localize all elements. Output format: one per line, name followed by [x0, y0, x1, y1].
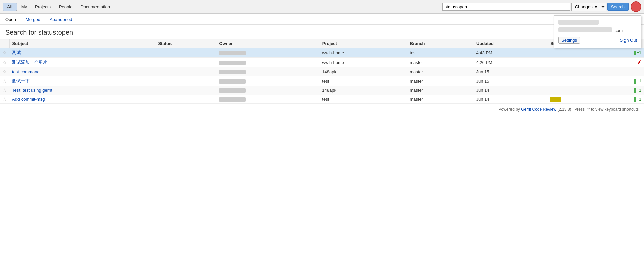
updated-cell: Jun 15: [473, 67, 547, 76]
star-cell[interactable]: ☆: [0, 58, 9, 67]
project-cell: 148apk: [319, 86, 407, 95]
updated-cell: 4:26 PM: [473, 58, 547, 67]
search-area: Changes ▼ Search: [442, 3, 629, 11]
cr-cell: +1: [601, 86, 644, 95]
size-cell: [547, 48, 601, 58]
user-dropdown: .com Settings Sign Out: [554, 15, 641, 48]
col-subject: Subject: [9, 39, 155, 48]
subject-cell: 测试添加一个图片: [9, 58, 155, 67]
nav-projects[interactable]: Projects: [31, 3, 55, 11]
table-row[interactable]: ☆Add commit-msgtestmasterJun 14+1: [0, 95, 644, 104]
status-cell: [155, 58, 216, 67]
nav-my[interactable]: My: [17, 3, 31, 11]
subject-cell: Add commit-msg: [9, 95, 155, 104]
subject-link[interactable]: Test: test using gerrit: [12, 88, 52, 93]
nav-all[interactable]: All: [3, 3, 17, 11]
signout-link[interactable]: Sign Out: [620, 38, 637, 43]
sub-navigation: Open Merged Abandoned: [0, 14, 644, 25]
owner-blurred: [219, 97, 246, 102]
nav-documentation[interactable]: Documentation: [76, 3, 114, 11]
size-bar-yellow: [550, 97, 561, 102]
status-cell: [155, 76, 216, 86]
tab-merged[interactable]: Merged: [23, 16, 43, 24]
dropdown-actions: Settings Sign Out: [558, 37, 637, 44]
updated-cell: Jun 14: [473, 95, 547, 104]
search-button[interactable]: Search: [607, 3, 629, 11]
owner-blurred: [219, 51, 246, 55]
changes-dropdown[interactable]: Changes ▼: [571, 3, 606, 11]
footer-gerrit-link[interactable]: Gerrit Code Review: [521, 107, 556, 112]
footer-version: (2.13.8) | Press '?' to view keyboard sh…: [556, 107, 639, 112]
search-input[interactable]: [442, 3, 570, 11]
owner-blurred: [219, 79, 246, 84]
star-cell[interactable]: ☆: [0, 95, 9, 104]
col-branch: Branch: [407, 39, 473, 48]
star-cell[interactable]: ☆: [0, 48, 9, 58]
owner-blurred: [219, 70, 246, 74]
subject-cell: 测试一下: [9, 76, 155, 86]
subject-cell: Test: test using gerrit: [9, 86, 155, 95]
table-row[interactable]: ☆test command148apkmasterJun 15: [0, 67, 644, 76]
settings-link[interactable]: Settings: [558, 37, 580, 44]
status-cell: [155, 48, 216, 58]
updated-cell: Jun 14: [473, 86, 547, 95]
branch-cell: master: [407, 86, 473, 95]
star-cell[interactable]: ☆: [0, 76, 9, 86]
star-cell[interactable]: ☆: [0, 67, 9, 76]
status-cell: [155, 95, 216, 104]
owner-cell: [216, 58, 319, 67]
tab-open[interactable]: Open: [3, 16, 19, 24]
subject-link[interactable]: 测试: [12, 50, 21, 55]
footer: Powered by Gerrit Code Review (2.13.8) |…: [0, 104, 644, 115]
table-row[interactable]: ☆测试一下testmasterJun 15+1: [0, 76, 644, 86]
cr-bar-green: [634, 51, 636, 55]
star-cell[interactable]: ☆: [0, 86, 9, 95]
cr-plus-label: +1: [637, 50, 641, 55]
col-status: Status: [155, 39, 216, 48]
subject-cell: test command: [9, 67, 155, 76]
subject-link[interactable]: 测试一下: [12, 78, 30, 83]
cr-bar-green: [634, 88, 636, 93]
table-row[interactable]: ☆测试添加一个图片wwlh-homemaster4:26 PM✗: [0, 58, 644, 67]
user-email-row: .com: [558, 27, 637, 33]
branch-cell: test: [407, 48, 473, 58]
subject-link[interactable]: 测试添加一个图片: [12, 60, 47, 65]
tab-abandoned[interactable]: Abandoned: [47, 16, 75, 24]
user-avatar-button[interactable]: [631, 1, 641, 12]
project-cell: wwlh-home: [319, 58, 407, 67]
status-cell: [155, 67, 216, 76]
status-cell: [155, 86, 216, 95]
project-cell: test: [319, 76, 407, 86]
size-cell: [547, 76, 601, 86]
size-cell: [547, 67, 601, 76]
cr-bar-green: [634, 79, 636, 84]
table-row[interactable]: ☆测试wwlh-hometest4:43 PM+1: [0, 48, 644, 58]
subject-link[interactable]: Add commit-msg: [12, 97, 45, 102]
project-cell: test: [319, 95, 407, 104]
owner-blurred: [219, 61, 246, 65]
owner-blurred: [219, 88, 246, 93]
updated-cell: Jun 15: [473, 76, 547, 86]
footer-powered-by: Powered by: [498, 107, 521, 112]
nav-people[interactable]: People: [55, 3, 76, 11]
cr-plus-label: +1: [637, 79, 641, 83]
branch-cell: master: [407, 67, 473, 76]
table-body: ☆测试wwlh-hometest4:43 PM+1☆测试添加一个图片wwlh-h…: [0, 48, 644, 104]
top-navigation: All My Projects People Documentation Cha…: [0, 0, 644, 14]
cr-cell: [601, 67, 644, 76]
branch-cell: master: [407, 95, 473, 104]
owner-cell: [216, 48, 319, 58]
email-suffix: .com: [613, 28, 623, 33]
cr-plus-label: +1: [637, 88, 641, 93]
owner-cell: [216, 95, 319, 104]
cr-cell: +1: [601, 76, 644, 86]
branch-cell: master: [407, 76, 473, 86]
results-table: Subject Status Owner Project Branch Upda…: [0, 39, 644, 104]
col-project: Project: [319, 39, 407, 48]
subject-link[interactable]: test command: [12, 69, 40, 74]
cr-plus-label: +1: [637, 97, 641, 102]
table-row[interactable]: ☆Test: test using gerrit148apkmasterJun …: [0, 86, 644, 95]
size-cell: [547, 95, 601, 104]
top-nav-right: Changes ▼ Search .com Settings Sign Out: [442, 1, 641, 12]
col-owner: Owner: [216, 39, 319, 48]
